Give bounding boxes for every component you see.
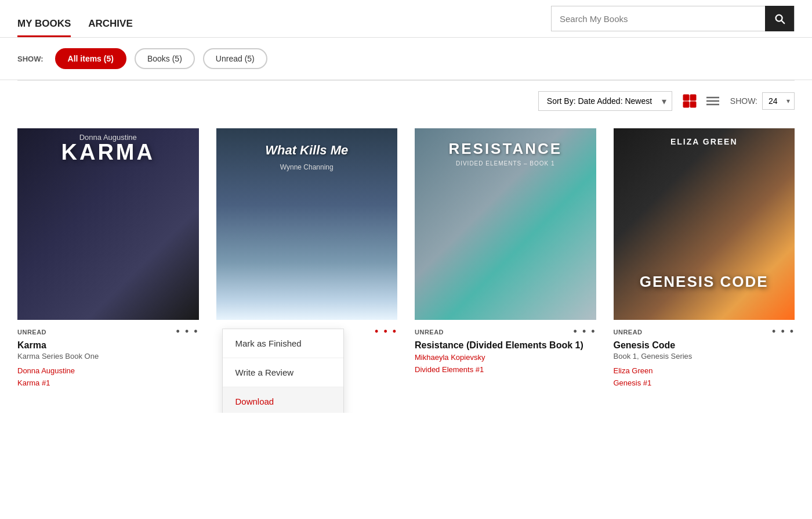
nav-archive[interactable]: ARCHIVE	[88, 18, 133, 37]
filter-all-items[interactable]: All items (5)	[55, 48, 126, 69]
book-title-karma: Karma	[17, 340, 199, 351]
context-menu-mark-finished[interactable]: Mark as Finished	[223, 329, 343, 358]
nav-my-books[interactable]: MY BOOKS	[17, 18, 71, 37]
show-count-label: SHOW:	[730, 96, 757, 106]
book-author-genesis[interactable]: Eliza Green	[614, 365, 795, 377]
search-button[interactable]	[765, 6, 794, 31]
sort-select[interactable]: Sort By: Date Added: Newest Sort By: Tit…	[538, 91, 672, 111]
book-author-resistance[interactable]: Mikhaeyla Kopievsky	[415, 352, 596, 364]
book-title-resistance: Resistance (Divided Elements Book 1)	[415, 340, 596, 351]
show-count-wrapper: SHOW: 24 48 96	[730, 92, 795, 110]
context-menu-write-review[interactable]: Write a Review	[223, 358, 343, 387]
filter-bar: SHOW: All items (5) Books (5) Unread (5)	[0, 38, 812, 80]
book-cover-whatkills[interactable]	[216, 128, 398, 320]
book-card-whatkills: • • • Mark as Finished Write a Review Do…	[216, 128, 398, 390]
view-icons	[680, 92, 722, 110]
book-subtitle-genesis: Book 1, Genesis Series	[614, 352, 795, 361]
book-series-karma[interactable]: Karma #1	[17, 377, 199, 390]
book-title-genesis: Genesis Code	[614, 340, 795, 351]
show-label: SHOW:	[17, 55, 44, 63]
show-count-select[interactable]: 24 48 96	[762, 92, 795, 110]
book-card-genesis: UNREAD • • • Genesis Code Book 1, Genesi…	[614, 128, 795, 390]
svg-rect-2	[683, 102, 689, 107]
book-cover-genesis[interactable]	[614, 128, 795, 320]
sort-bar: Sort By: Date Added: Newest Sort By: Tit…	[0, 81, 812, 117]
book-dots-genesis[interactable]: • • •	[772, 326, 795, 338]
book-cover-resistance[interactable]	[415, 128, 596, 320]
search-input[interactable]	[552, 6, 765, 31]
count-wrapper: 24 48 96	[762, 92, 795, 110]
sort-wrapper: Sort By: Date Added: Newest Sort By: Tit…	[538, 91, 672, 111]
header-nav: MY BOOKS ARCHIVE	[17, 0, 133, 37]
svg-rect-1	[690, 95, 696, 100]
list-view-button[interactable]	[704, 92, 722, 110]
book-series-genesis[interactable]: Genesis #1	[614, 377, 795, 390]
book-status-karma: UNREAD	[17, 329, 46, 336]
context-menu: Mark as Finished Write a Review Download…	[222, 329, 344, 413]
book-subtitle-karma: Karma Series Book One	[17, 352, 199, 361]
book-meta-row-resistance: UNREAD • • •	[415, 326, 596, 338]
book-status-resistance: UNREAD	[415, 329, 444, 336]
search-box	[551, 6, 795, 31]
svg-rect-0	[683, 95, 689, 100]
book-meta-row-genesis: UNREAD • • •	[614, 326, 795, 338]
grid-view-button[interactable]	[680, 92, 699, 110]
search-icon	[773, 12, 786, 25]
book-status-genesis: UNREAD	[614, 329, 643, 336]
book-dots-whatkills[interactable]: • • •	[375, 326, 397, 338]
svg-rect-3	[690, 102, 696, 107]
list-icon	[705, 93, 720, 109]
book-meta-row: UNREAD • • •	[17, 326, 199, 338]
books-grid: UNREAD • • • Karma Karma Series Book One…	[0, 117, 812, 413]
header: MY BOOKS ARCHIVE	[0, 0, 812, 38]
book-dots-karma[interactable]: • • •	[176, 326, 199, 338]
grid-icon	[682, 93, 697, 109]
context-menu-download[interactable]: Download	[223, 387, 343, 413]
book-author-karma[interactable]: Donna Augustine	[17, 365, 199, 377]
filter-books[interactable]: Books (5)	[135, 48, 195, 69]
book-cover-karma[interactable]	[17, 128, 199, 320]
filter-unread[interactable]: Unread (5)	[203, 48, 267, 69]
book-series-resistance[interactable]: Divided Elements #1	[415, 364, 596, 376]
book-dots-resistance[interactable]: • • •	[574, 326, 596, 338]
book-card-resistance: UNREAD • • • Resistance (Divided Element…	[415, 128, 596, 390]
book-card-karma: UNREAD • • • Karma Karma Series Book One…	[17, 128, 199, 390]
